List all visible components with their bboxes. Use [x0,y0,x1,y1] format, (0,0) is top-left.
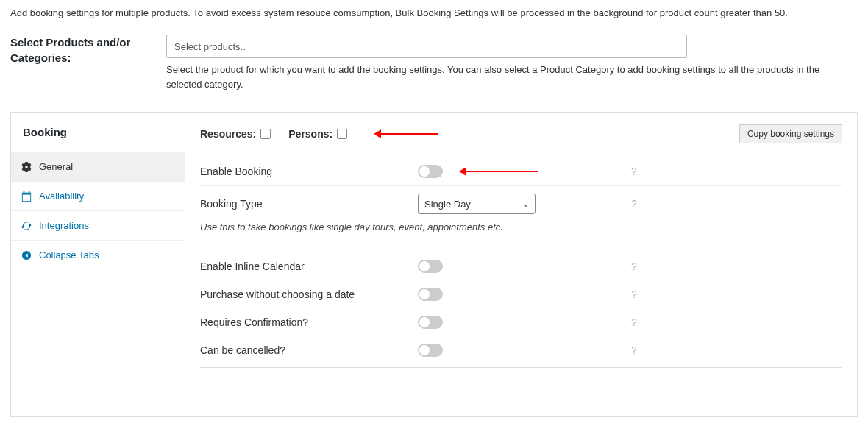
booking-type-row: Booking Type Single Day ⌄ ? [200,185,842,221]
booking-container: Booking General Availability Integration… [10,112,858,417]
gear-icon [21,162,32,172]
collapse-icon [21,250,32,260]
sidebar-item-label: Collapse Tabs [39,249,99,260]
persons-checkbox-group: Persons: [288,128,347,140]
refresh-icon [21,221,32,231]
sidebar-item-general[interactable]: General [11,152,185,181]
calendar-icon [21,191,32,202]
help-icon[interactable]: ? [631,198,637,210]
product-select-section: Select Products and/or Categories: Selec… [10,35,858,91]
help-icon[interactable]: ? [631,166,637,177]
requires-confirmation-toggle[interactable] [418,316,443,329]
product-select-input[interactable]: Select products.. [166,35,687,58]
booking-type-label: Booking Type [200,198,418,210]
resources-checkbox[interactable] [260,129,271,139]
sidebar-item-label: General [39,161,73,172]
can-be-cancelled-label: Can be cancelled? [200,344,418,356]
inline-calendar-toggle[interactable] [418,260,443,273]
arrow-annotation [380,133,438,135]
help-icon[interactable]: ? [631,316,637,328]
requires-confirmation-row: Requires Confirmation? ? [200,308,842,336]
sidebar-item-label: Availability [39,191,84,202]
resources-label: Resources: [200,128,256,140]
sidebar: Booking General Availability Integration… [11,113,185,416]
requires-confirmation-label: Requires Confirmation? [200,316,418,328]
chevron-down-icon: ⌄ [523,200,529,208]
product-select-help: Select the product for which you want to… [166,63,836,91]
product-select-label: Select Products and/or Categories: [10,35,146,91]
inline-calendar-label: Enable Inline Calendar [200,260,418,272]
enable-booking-toggle[interactable] [418,165,443,178]
enable-booking-label: Enable Booking [200,166,418,177]
sidebar-item-label: Integrations [39,220,89,231]
inline-calendar-row: Enable Inline Calendar ? [200,252,842,280]
help-icon[interactable]: ? [631,344,637,356]
purchase-without-date-row: Purchase without choosing a date ? [200,280,842,308]
resources-checkbox-group: Resources: [200,128,271,140]
arrow-annotation [465,171,538,172]
purchase-without-date-toggle[interactable] [418,288,443,301]
sidebar-item-availability[interactable]: Availability [11,181,185,210]
sidebar-item-integrations[interactable]: Integrations [11,210,185,240]
can-be-cancelled-toggle[interactable] [418,344,443,357]
help-icon[interactable]: ? [631,260,637,272]
page-description: Add booking settings for multiple produc… [10,7,858,18]
enable-booking-row: Enable Booking ? [200,157,842,185]
can-be-cancelled-row: Can be cancelled? ? [200,336,842,364]
purchase-without-date-label: Purchase without choosing a date [200,288,418,300]
booking-type-description: Use this to take bookings like single da… [200,221,842,243]
booking-type-value: Single Day [424,199,471,210]
persons-label: Persons: [288,128,332,140]
product-select-placeholder: Select products.. [174,41,246,52]
sidebar-item-collapse[interactable]: Collapse Tabs [11,240,185,269]
panel-header: Resources: Persons: Copy booking setting… [200,113,842,157]
main-panel: Resources: Persons: Copy booking setting… [185,113,857,416]
persons-checkbox[interactable] [337,129,347,139]
copy-booking-settings-button[interactable]: Copy booking settings [739,124,842,143]
help-icon[interactable]: ? [631,288,637,300]
booking-type-select[interactable]: Single Day ⌄ [418,194,536,214]
sidebar-title: Booking [11,113,185,152]
